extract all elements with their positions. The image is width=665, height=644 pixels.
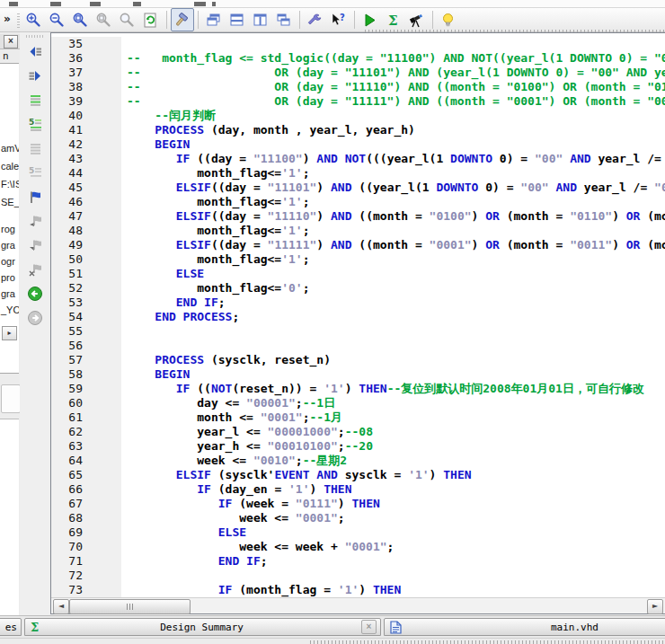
scroll-right-arrow[interactable]: ► xyxy=(647,599,663,614)
code-line[interactable]: END PROCESS; xyxy=(121,310,239,324)
tips-lightbulb-button[interactable] xyxy=(437,8,460,31)
code-line[interactable]: -- OR (day = "11110") AND ((month = "010… xyxy=(121,80,665,94)
nav-forward-button xyxy=(22,306,48,330)
line-number: 37 xyxy=(51,66,121,80)
code-line[interactable]: IF ((NOT(reset_n)) = '1') THEN--复位到默认时间2… xyxy=(121,382,644,396)
tab-design-summary[interactable]: Σ Design Summary × xyxy=(24,618,381,636)
code-line[interactable]: -- OR (day = "11101") AND (year_l(1 DOWN… xyxy=(121,66,665,80)
code-line[interactable]: week <= week + "0001"; xyxy=(121,540,394,554)
line-number: 49 xyxy=(51,238,121,252)
code-line[interactable]: IF ((day = "11100") AND NOT(((year_l(1 D… xyxy=(121,152,665,166)
code-line[interactable]: year_h <= "00010100";--20 xyxy=(121,439,373,454)
code-line[interactable]: month <= "0001";--1月 xyxy=(121,410,342,425)
code-line[interactable]: month_flag<='1'; xyxy=(121,166,310,181)
horizontal-scrollbar[interactable]: ◄ ► xyxy=(51,597,665,613)
scrollbar-thumb[interactable] xyxy=(69,599,191,614)
code-line[interactable]: week <= "0001"; xyxy=(121,511,345,525)
previous-bookmark-button xyxy=(22,234,48,257)
panel-text-fragment: SE_ xyxy=(1,197,19,207)
editor-row: 69 ELSE xyxy=(51,525,665,540)
editor-row: 56 xyxy=(51,339,665,353)
code-line[interactable]: ELSIF((day = "11101") AND ((year_l(1 DOW… xyxy=(121,181,665,195)
analyze-telescope-button[interactable] xyxy=(405,8,429,31)
toggle-build-tool-button[interactable] xyxy=(171,8,194,31)
code-line[interactable]: END IF; xyxy=(121,554,268,569)
arrange-windows-button[interactable] xyxy=(272,8,296,31)
line-number: 41 xyxy=(51,123,121,137)
code-line[interactable]: week <= "0010";--星期2 xyxy=(121,454,347,468)
panel-scroll-right-button[interactable]: ▸ xyxy=(2,326,17,340)
scroll-left-arrow[interactable]: ◄ xyxy=(53,599,69,614)
editor-row: 61 month <= "0001";--1月 xyxy=(51,410,665,425)
code-line[interactable]: -- OR (day = "11111") AND ((month = "000… xyxy=(121,94,665,109)
line-number: 63 xyxy=(51,439,121,454)
code-line[interactable]: ELSE xyxy=(121,525,246,540)
line-number: 55 xyxy=(51,324,121,339)
code-line[interactable]: -- month_flag <= std_logic((day = "11100… xyxy=(121,51,665,66)
code-line[interactable]: BEGIN xyxy=(121,367,190,382)
goto-line-button[interactable]: 5 xyxy=(22,112,48,136)
code-line[interactable]: IF (week = "0111") THEN xyxy=(121,497,380,511)
cascade-windows-button[interactable] xyxy=(202,8,226,31)
zoom-in-button[interactable] xyxy=(22,8,46,31)
line-number: 53 xyxy=(51,296,121,310)
code-line[interactable]: PROCESS (sysclk, reset_n) xyxy=(121,353,331,367)
tile-vertical-button[interactable] xyxy=(249,8,272,31)
line-number: 71 xyxy=(51,554,121,569)
code-line[interactable]: PROCESS (day, month , year_l, year_h) xyxy=(121,123,415,137)
code-line[interactable]: month_flag<='1'; xyxy=(121,195,310,209)
code-line[interactable]: ELSIF((day = "11111") AND ((month = "000… xyxy=(121,238,665,252)
mdi-edge-dots xyxy=(365,30,665,32)
code-line[interactable]: ELSIF((day = "11110") AND ((month = "010… xyxy=(121,209,665,224)
code-line[interactable]: IF (month_flag = '1') THEN xyxy=(121,583,401,597)
code-line[interactable]: --闰月判断 xyxy=(121,109,216,123)
code-line[interactable]: month_flag<='1'; xyxy=(121,252,310,267)
line-number: 60 xyxy=(51,396,121,410)
code-line[interactable]: year_l <= "00001000";--08 xyxy=(121,425,373,439)
toolbar-overflow-chevron[interactable]: » xyxy=(0,13,14,27)
code-line[interactable] xyxy=(121,324,127,339)
code-area[interactable]: 3536-- month_flag <= std_logic((day = "1… xyxy=(51,33,665,598)
goto-line-back-button: 5 xyxy=(22,161,48,184)
code-line[interactable]: IF (day_en = '1') THEN xyxy=(121,482,351,497)
zoom-full-view-button[interactable] xyxy=(69,8,93,31)
line-number: 40 xyxy=(51,109,121,123)
code-line[interactable]: ELSIF (sysclk'EVENT AND sysclk = '1') TH… xyxy=(121,468,472,482)
line-number: 68 xyxy=(51,511,121,525)
tab-main-vhd[interactable]: main.vhd xyxy=(384,618,665,636)
nav-previous-button[interactable] xyxy=(22,40,48,63)
code-line[interactable]: day <= "00001";--1日 xyxy=(121,396,335,410)
tile-horizontal-button[interactable] xyxy=(226,8,249,31)
code-line[interactable] xyxy=(121,569,127,583)
line-number: 73 xyxy=(51,583,121,597)
code-line[interactable]: month_flag<='0'; xyxy=(121,281,310,296)
code-line[interactable]: month_flag<='1'; xyxy=(121,224,310,238)
editor-row: 51 ELSE xyxy=(51,267,665,281)
panel-close-button[interactable]: × xyxy=(4,35,18,49)
nav-back-button[interactable] xyxy=(22,282,48,305)
panel-tab-fragment: n xyxy=(3,50,9,62)
code-editor[interactable]: 3536-- month_flag <= std_logic((day = "1… xyxy=(50,32,665,614)
panel-text-fragment: pro xyxy=(1,272,15,283)
toolbar-separator xyxy=(166,11,167,29)
toggle-bookmark-button[interactable] xyxy=(22,185,48,208)
design-summary-button[interactable]: Σ xyxy=(382,8,405,31)
nav-next-button[interactable] xyxy=(22,64,48,87)
tab-main-vhd-label: main.vhd xyxy=(405,622,665,633)
context-help-button[interactable]: ? xyxy=(327,8,350,31)
tab-close-button[interactable]: × xyxy=(361,620,377,634)
refresh-view-button[interactable] xyxy=(139,8,163,31)
code-line[interactable] xyxy=(121,339,127,353)
code-line[interactable]: ELSE xyxy=(121,267,204,281)
svg-text:5: 5 xyxy=(29,166,34,175)
code-line[interactable]: BEGIN xyxy=(121,137,190,152)
tab-clipped[interactable]: es xyxy=(0,618,22,636)
zoom-out-button[interactable] xyxy=(46,8,69,31)
code-line[interactable] xyxy=(121,37,127,51)
indent-lines-button[interactable] xyxy=(22,88,48,111)
code-line[interactable]: END IF; xyxy=(121,296,226,310)
run-process-button[interactable] xyxy=(359,8,382,31)
line-number: 45 xyxy=(51,181,121,195)
panel-text-fragment: cale xyxy=(1,161,19,172)
settings-wrench-button[interactable] xyxy=(304,8,327,31)
